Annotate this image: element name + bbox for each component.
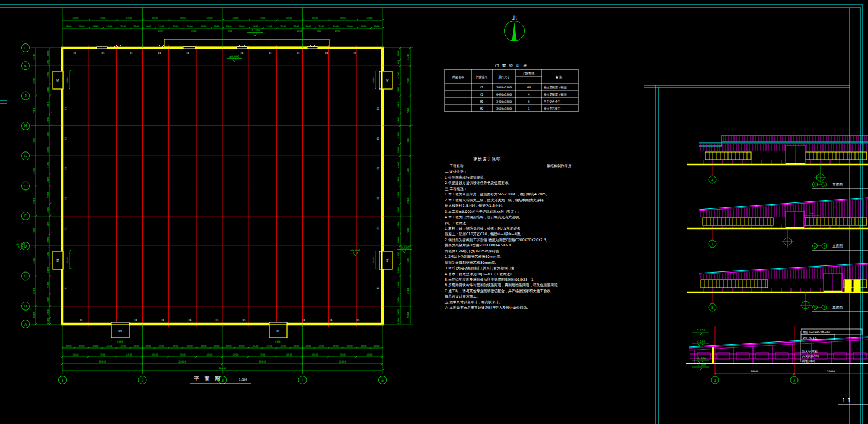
door-label: M1 — [276, 330, 279, 333]
dim-text: 3000 — [397, 267, 400, 273]
window-label: C1 — [161, 319, 164, 321]
dim-text: 3000 — [397, 177, 400, 183]
roof-line — [699, 199, 868, 211]
dim-text: 7500 — [407, 107, 410, 113]
dim-text: 3500 — [333, 25, 339, 28]
door-label: M1 — [56, 258, 59, 262]
door-window-table: 门 窗 统 计 表 类别名称门窗编号洞口尺寸门窗数量备 注C13000x1800… — [445, 64, 578, 112]
dim-text: 3000 — [293, 25, 299, 28]
dim-text: 3500 — [78, 345, 84, 347]
dim-text: 6500 — [206, 353, 212, 356]
dim-text: 6500 — [366, 17, 372, 20]
window-label: C1 — [64, 197, 67, 200]
dim-text: 20000 — [259, 360, 266, 363]
roof-note: 屋面 9AL940-2B-420 — [803, 331, 830, 334]
section-1-1: 1—1 5.3204.200±0.000-0.300屋面 9AL940-2B-4… — [686, 326, 868, 404]
caption-bubble-label: L — [824, 183, 825, 186]
dim-text: 3500 — [200, 25, 206, 28]
dim-text: 6500 — [232, 17, 238, 20]
window-label: C1 — [376, 107, 379, 110]
dim-text: 3000 — [226, 345, 232, 347]
plan-title: 平 面 图 — [194, 376, 221, 382]
level-marker-text: ±0.000 — [696, 357, 706, 360]
dim-text: 7500 — [33, 107, 35, 113]
notes-line: 耐火极限柱2.5小时，钢梁为1.5小时。 — [445, 204, 506, 208]
dim-text: 3000 — [47, 309, 49, 315]
dim-text: 3500 — [360, 345, 366, 347]
section-column — [712, 347, 714, 363]
dim-text: 7500 — [407, 168, 410, 174]
dim-text: 1500 — [47, 318, 49, 324]
dim-text: 3500 — [347, 25, 353, 28]
dim-text: 4500 — [47, 72, 49, 78]
dim-text: 3500 — [360, 25, 366, 28]
window-label: C1 — [80, 319, 83, 321]
dim-text: 1256 — [297, 30, 303, 33]
dim-text: 6500 — [312, 17, 318, 20]
axis-bubble-label: F — [24, 184, 27, 188]
dim-text: 6500 — [72, 17, 78, 20]
dim-text: 7000 — [259, 17, 265, 20]
dim-text: 4500 — [66, 77, 69, 83]
window-label: C1 — [64, 167, 67, 170]
level-marker-text: -0.300 — [250, 29, 260, 32]
table-cell: 6 — [528, 100, 529, 103]
axis-bubble-label: 1 — [714, 378, 716, 383]
dim-text: 3500 — [173, 25, 178, 28]
notes-line: 1 本工程为单层库房，建筑面积为5652.01M²，檐口标高4.20m。 — [445, 192, 549, 197]
caption-bubble-label: 5 — [814, 306, 815, 309]
dim-text: 1690 — [335, 30, 341, 33]
level-marker-text: ±0.000 — [350, 249, 360, 252]
dim-text: 900 — [317, 30, 321, 33]
dim-text: 7000 — [340, 17, 346, 20]
dim-text: 3500 — [120, 345, 126, 347]
section-caption: 1—1 — [842, 398, 850, 403]
dim-text: 20000 — [827, 370, 835, 373]
window-label: C1 — [325, 52, 328, 54]
highlight-door — [854, 280, 860, 292]
table-cell: 推拉夹芯板门 — [544, 107, 560, 110]
plan-scale: 1:100 — [239, 378, 247, 381]
window-label: C1 — [329, 319, 333, 321]
dim-text: 3500 — [78, 25, 84, 28]
table-cell: 6460x1800 — [496, 93, 512, 96]
notes-line: 2 钢排架为变截面工字型钢 墙梁为薄壁C型钢C200X70X20X2.5, — [445, 238, 547, 242]
table-cell: 3000x1800 — [496, 86, 512, 89]
dim-text: 3000 — [397, 237, 400, 243]
window-label: C2 — [73, 52, 76, 54]
axis-bubble-label: K — [24, 64, 27, 68]
dim-text: 6500 — [152, 17, 158, 20]
level-marker-triangle — [253, 33, 257, 36]
caption-bubble-label: 1 — [824, 306, 825, 309]
dim-text: 3500 — [187, 25, 193, 28]
dim-text: 4500 — [47, 222, 49, 228]
dim-text: 7500 — [407, 258, 410, 264]
axis-bubble-label: E — [24, 214, 27, 218]
axis-bubble-label: B — [24, 304, 27, 308]
dim-text: 7500 — [33, 168, 35, 174]
dim-text: 20000 — [99, 360, 106, 363]
dim-text: 3500 — [158, 345, 164, 347]
axis-bubble-label: L — [24, 46, 27, 50]
dim-text: 3000 — [47, 237, 49, 243]
window-label: C1 — [101, 52, 105, 54]
wall-note: 砖墙(360) — [802, 359, 815, 363]
dim-text: 3500 — [266, 345, 272, 347]
roof-note: W8-75-1.5 — [803, 336, 817, 339]
window-label: C1 — [186, 52, 189, 54]
table-title: 门 窗 统 计 表 — [495, 64, 528, 68]
window-band — [705, 152, 751, 160]
dim-text: 3500 — [252, 25, 258, 28]
dim-text: 3000 — [47, 147, 49, 153]
floor-plan: M2M1M2M1M1M1 650070006500650070006500650… — [13, 7, 413, 384]
design-notes: 建筑设计说明 钢结构制作库房 一 工程名称：二.设计依据： 1 依照国家现行建筑… — [445, 157, 572, 310]
dim-text: 4500 — [372, 257, 375, 263]
dim-text: 3000 — [47, 117, 49, 123]
window-label: C1 — [64, 286, 67, 289]
level-marker-text: ±0.000 — [229, 55, 239, 58]
plan-axis-bubbles: LKJHGFEDCBA12345 — [22, 44, 387, 384]
table-cell: 60 — [527, 86, 531, 89]
level-marker-text: -0.300 — [696, 363, 706, 366]
table-header: 门窗编号 — [476, 75, 488, 79]
axis-bubble-label: 4 — [301, 378, 303, 383]
